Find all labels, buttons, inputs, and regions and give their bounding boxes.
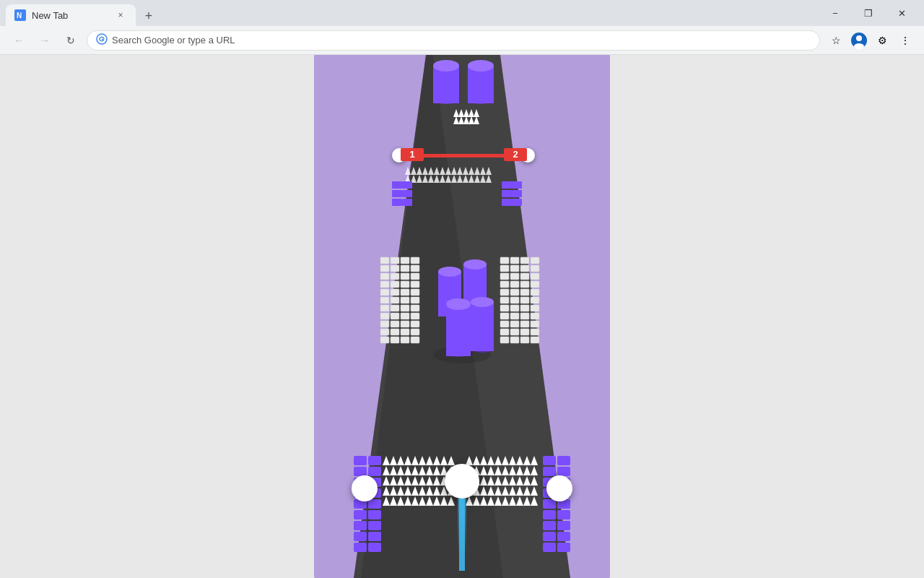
svg-rect-184	[510, 297, 519, 303]
back-button[interactable]: ←	[9, 30, 29, 51]
svg-point-109	[438, 267, 461, 277]
game-canvas[interactable]: 1 2	[314, 55, 610, 578]
svg-rect-162	[411, 337, 419, 343]
svg-rect-137	[401, 289, 409, 296]
svg-rect-128	[391, 273, 399, 280]
svg-rect-135	[380, 289, 389, 296]
profile-button[interactable]	[849, 30, 869, 51]
svg-rect-188	[510, 305, 519, 311]
maximize-button[interactable]: ❐	[852, 0, 885, 26]
svg-rect-103	[512, 190, 522, 197]
svg-rect-146	[411, 305, 419, 311]
new-tab-button[interactable]: +	[139, 6, 159, 26]
player-ball	[445, 464, 479, 499]
svg-rect-209	[354, 467, 367, 476]
svg-rect-235	[557, 510, 570, 519]
svg-text:N: N	[17, 12, 22, 20]
svg-rect-124	[391, 265, 399, 272]
svg-rect-186	[531, 297, 539, 303]
svg-rect-105	[512, 199, 522, 206]
svg-rect-139	[380, 297, 389, 303]
svg-rect-149	[401, 313, 409, 319]
svg-rect-120	[391, 257, 399, 264]
svg-rect-171	[500, 273, 509, 280]
svg-rect-178	[531, 281, 539, 288]
svg-rect-197	[520, 321, 529, 327]
svg-rect-121	[401, 257, 409, 264]
main-content: 1 2	[0, 55, 924, 578]
tab-close-button[interactable]: ×	[114, 9, 127, 22]
svg-point-118	[471, 297, 494, 307]
svg-rect-239	[557, 532, 570, 541]
svg-rect-95	[402, 181, 412, 189]
svg-rect-119	[380, 257, 389, 264]
svg-rect-172	[510, 273, 519, 280]
svg-rect-164	[510, 257, 519, 264]
svg-rect-220	[368, 521, 381, 530]
svg-rect-114	[446, 304, 471, 356]
extensions-button[interactable]: ⚙	[872, 30, 892, 51]
svg-rect-181	[520, 289, 529, 296]
svg-rect-198	[531, 321, 539, 327]
menu-button[interactable]: ⋮	[895, 30, 915, 51]
svg-rect-130	[411, 273, 419, 280]
svg-text:1: 1	[409, 149, 414, 160]
toolbar-icons: ☆ ⚙ ⋮	[826, 30, 915, 51]
svg-rect-134	[411, 281, 419, 288]
svg-point-48	[433, 60, 459, 72]
bookmark-button[interactable]: ☆	[826, 30, 846, 51]
svg-rect-201	[520, 329, 529, 335]
svg-rect-151	[380, 321, 389, 327]
svg-text:2: 2	[513, 149, 518, 160]
url-bar[interactable]: G Search Google or type a URL	[87, 30, 820, 51]
forward-button[interactable]: →	[35, 30, 55, 51]
svg-rect-129	[401, 273, 409, 280]
svg-rect-185	[520, 297, 529, 303]
score-purple-right	[502, 181, 522, 206]
active-tab[interactable]: N New Tab ×	[6, 4, 136, 26]
reload-button[interactable]: ↻	[61, 30, 81, 51]
svg-rect-236	[543, 510, 556, 519]
svg-rect-343	[458, 499, 466, 556]
svg-rect-101	[512, 181, 522, 189]
svg-rect-157	[401, 329, 409, 335]
svg-rect-102	[502, 190, 512, 197]
url-text: Search Google or type a URL	[112, 35, 235, 46]
svg-rect-138	[411, 289, 419, 296]
svg-rect-179	[500, 289, 509, 296]
svg-rect-182	[531, 289, 539, 296]
svg-rect-173	[520, 273, 529, 280]
svg-rect-192	[510, 313, 519, 319]
svg-rect-143	[380, 305, 389, 311]
svg-rect-195	[500, 321, 509, 327]
svg-rect-125	[401, 265, 409, 272]
svg-rect-205	[520, 337, 529, 343]
svg-rect-160	[391, 337, 399, 343]
svg-rect-176	[510, 281, 519, 288]
svg-rect-189	[520, 305, 529, 311]
svg-rect-238	[543, 521, 556, 530]
svg-rect-194	[531, 313, 539, 319]
svg-rect-217	[354, 510, 367, 519]
minimize-button[interactable]: −	[819, 0, 852, 26]
svg-rect-204	[510, 337, 519, 343]
svg-rect-240	[543, 532, 556, 541]
svg-rect-175	[500, 281, 509, 288]
svg-rect-226	[543, 456, 556, 465]
svg-rect-210	[368, 467, 381, 476]
score-purple-left	[392, 181, 412, 206]
left-side-ball	[352, 475, 378, 501]
svg-rect-145	[401, 305, 409, 311]
svg-rect-148	[391, 313, 399, 319]
svg-rect-234	[543, 499, 556, 509]
svg-rect-170	[531, 265, 539, 272]
svg-rect-183	[500, 297, 509, 303]
svg-rect-222	[368, 532, 381, 541]
svg-rect-147	[380, 313, 389, 319]
svg-rect-218	[368, 510, 381, 519]
svg-rect-156	[391, 329, 399, 335]
close-button[interactable]: ✕	[885, 0, 918, 26]
svg-rect-144	[391, 305, 399, 311]
svg-rect-223	[354, 543, 367, 552]
svg-rect-140	[391, 297, 399, 303]
